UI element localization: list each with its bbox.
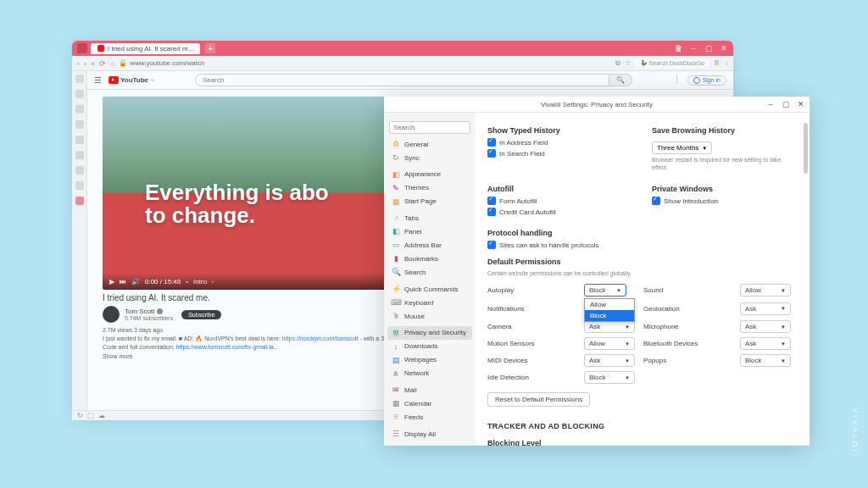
perm-midi-dropdown[interactable]: Ask▼ (584, 354, 635, 367)
reset-permissions-button[interactable]: Reset to Default Permissions (487, 392, 590, 407)
perm-idle-dropdown[interactable]: Block▼ (584, 371, 635, 384)
scrollbar-thumb[interactable] (804, 123, 808, 174)
sync-icon: ↻ (392, 153, 400, 162)
checkbox-in-address[interactable] (487, 138, 496, 147)
close-button[interactable]: ✕ (720, 44, 728, 53)
nav-mouse[interactable]: 🖱Mouse (387, 309, 472, 323)
nav-webpages[interactable]: ▤Webpages (387, 353, 472, 367)
nav-general[interactable]: ⚙General (387, 137, 472, 151)
option-allow[interactable]: Allow (585, 299, 634, 310)
nav-bookmarks[interactable]: ▮Bookmarks (387, 252, 472, 265)
panel-icon[interactable] (75, 197, 84, 205)
chapter-label[interactable]: Intro (193, 278, 207, 286)
perm-autoplay-dropdown[interactable]: Block▼ (584, 284, 626, 297)
nav-sync[interactable]: ↻Sync (387, 151, 472, 164)
panel-icon[interactable] (75, 120, 84, 129)
panel-icon[interactable] (75, 151, 84, 159)
option-block[interactable]: Block (585, 310, 634, 321)
new-tab-button[interactable]: + (205, 43, 215, 53)
nav-tabs[interactable]: ⑁Tabs (387, 211, 472, 225)
rewind-button[interactable]: « (91, 59, 95, 68)
appearance-icon: ◧ (392, 170, 400, 179)
perm-geo-dropdown[interactable]: Ask▼ (740, 302, 791, 315)
perm-label-camera: Camera (487, 323, 576, 330)
panel-icon[interactable] (75, 75, 84, 83)
search-engine-field[interactable]: 🦆 Search DuckDuckGo (635, 59, 709, 68)
nav-feeds[interactable]: ⚞Feeds (387, 410, 472, 424)
youtube-logo[interactable]: YouTube ™ (108, 76, 154, 84)
cloud-icon[interactable]: ☁ (98, 412, 105, 419)
nav-displayall[interactable]: ☰Display All (387, 427, 472, 441)
panel-icon[interactable] (75, 181, 84, 190)
url-field[interactable]: 🔒 www.youtube.com/watch (119, 59, 610, 67)
nav-network[interactable]: ⋔Network (387, 367, 472, 380)
heading-protocol: Protocol handling (487, 229, 791, 237)
nav-quickcommands[interactable]: ⚡Quick Commands (387, 282, 472, 296)
perm-bt-dropdown[interactable]: Ask▼ (740, 337, 791, 350)
shield-icon[interactable]: ⛨ (714, 59, 721, 67)
close-button[interactable]: ✕ (796, 100, 806, 108)
trash-icon[interactable]: 🗑 (674, 44, 682, 53)
reload-button[interactable]: ⟳ (99, 59, 106, 68)
nav-downloads[interactable]: ↓Downloads (387, 340, 472, 353)
perm-sound-dropdown[interactable]: Allow▼ (740, 284, 791, 297)
reader-icon[interactable]: ⧉ (615, 59, 620, 68)
browser-tab[interactable]: I tried using AI. It scared m... (91, 43, 200, 54)
perm-label-midi: MIDI Devices (487, 357, 576, 364)
panel-icon[interactable] (75, 105, 84, 114)
vivaldi-logo-icon (77, 43, 87, 53)
forward-button[interactable]: › (84, 59, 86, 68)
subscribe-button[interactable]: Subscribe (181, 310, 221, 319)
checkbox-show-intro[interactable] (652, 197, 660, 205)
description-link[interactable]: https://www.tomscott.com/fix-gmail-la... (176, 344, 279, 350)
screenshot-icon[interactable]: ⬚ (87, 412, 94, 419)
youtube-search-input[interactable] (195, 74, 609, 86)
perm-popups-dropdown[interactable]: Block▼ (740, 354, 791, 367)
minimize-button[interactable]: – (765, 100, 776, 108)
maximize-button[interactable]: ▢ (704, 44, 713, 53)
hamburger-icon[interactable]: ☰ (94, 75, 102, 85)
back-button[interactable]: ‹ (77, 59, 80, 68)
checkbox-protocol-ask[interactable] (487, 241, 496, 249)
nav-startpage[interactable]: ▦Start Page (387, 195, 472, 208)
maximize-button[interactable]: ▢ (781, 100, 791, 108)
panel-icon[interactable] (75, 136, 84, 144)
panel-icon[interactable] (75, 166, 84, 175)
checkbox-cc-autofill[interactable] (487, 208, 496, 216)
download-status-icon[interactable]: ↓ (725, 59, 728, 67)
play-icon[interactable]: ▶ (109, 278, 114, 286)
settings-search-input[interactable] (389, 121, 470, 134)
chevron-down-icon: ▼ (781, 358, 786, 363)
nav-panel[interactable]: ◧Panel (387, 225, 472, 238)
home-button[interactable]: ⌂ (110, 59, 114, 68)
checkbox-in-search[interactable] (487, 149, 496, 158)
more-menu-icon[interactable]: ⋮ (673, 76, 681, 85)
channel-name[interactable]: Tom Scott (125, 308, 155, 315)
perm-camera-dropdown[interactable]: Ask▼ (584, 320, 635, 333)
minimize-button[interactable]: – (689, 44, 698, 53)
channel-avatar[interactable] (103, 306, 120, 323)
perm-mic-dropdown[interactable]: Ask▼ (740, 320, 791, 333)
description-link[interactable]: https://nordvpn.com/tomscott (282, 336, 359, 341)
nav-privacy[interactable]: ⛨Privacy and Security (387, 326, 472, 340)
perm-motion-dropdown[interactable]: Allow▼ (584, 337, 635, 350)
panel-icon[interactable] (75, 90, 84, 98)
nav-calendar[interactable]: ▦Calendar (387, 396, 472, 410)
nav-addressbar[interactable]: ▭Address Bar (387, 238, 472, 252)
next-icon[interactable]: ⏭ (120, 278, 126, 286)
signin-button[interactable]: Sign in (687, 75, 726, 86)
nav-mail[interactable]: ✉Mail (387, 383, 472, 396)
nav-keyboard[interactable]: ⌨Keyboard (387, 296, 472, 309)
youtube-search-button[interactable]: 🔍 (609, 74, 632, 86)
checkbox-form-autofill[interactable] (487, 197, 496, 205)
volume-icon[interactable]: 🔊 (131, 278, 140, 286)
history-duration-dropdown[interactable]: Three Months▼ (652, 141, 712, 154)
nav-search[interactable]: 🔍Search (387, 265, 472, 279)
bookmark-icon[interactable]: ☆ (625, 59, 631, 67)
nav-appearance[interactable]: ◧Appearance (387, 168, 472, 181)
nav-themes[interactable]: ✎Themes (387, 181, 472, 195)
heading-tracker: TRACKER AND AD BLOCKING (487, 422, 791, 430)
mail-icon: ✉ (392, 385, 400, 394)
sync-status-icon[interactable]: ↻ (77, 412, 83, 419)
heading-save-history: Save Browsing History (652, 126, 791, 135)
